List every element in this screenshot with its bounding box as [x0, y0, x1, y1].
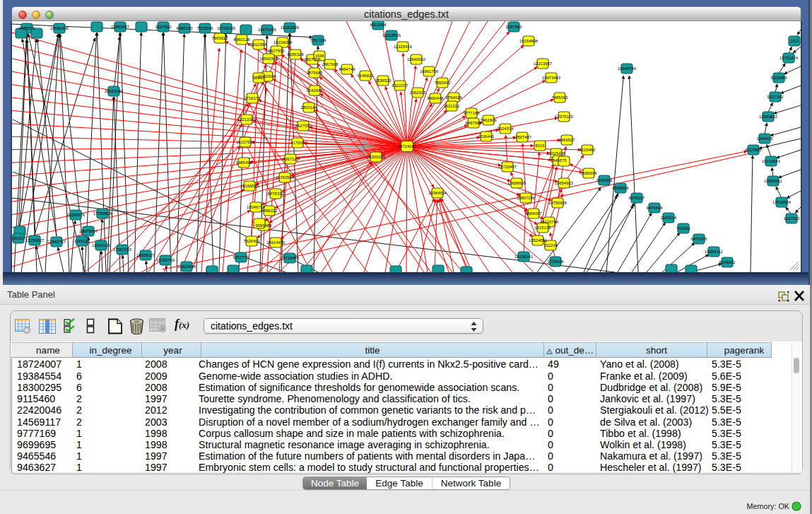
svg-text:8454749: 8454749	[339, 67, 355, 71]
svg-text:9099489: 9099489	[256, 223, 272, 228]
svg-text:18226058: 18226058	[273, 40, 293, 45]
svg-text:4498222: 4498222	[261, 209, 278, 213]
svg-text:10688609: 10688609	[507, 181, 526, 185]
svg-text:11353594: 11353594	[276, 175, 294, 180]
svg-text:2933114: 2933114	[661, 216, 677, 220]
svg-text:9474444: 9474444	[647, 206, 664, 210]
svg-text:12923448: 12923448	[177, 264, 196, 269]
svg-text:98901: 98901	[253, 76, 264, 80]
svg-text:12213967: 12213967	[534, 62, 552, 66]
svg-text:2387682: 2387682	[506, 25, 522, 29]
svg-text:11325419: 11325419	[394, 45, 412, 49]
svg-text:8427552: 8427552	[295, 124, 312, 128]
svg-text:16053809: 16053809	[281, 25, 299, 30]
svg-text:12942757: 12942757	[47, 240, 66, 244]
svg-text:9329966: 9329966	[771, 76, 788, 80]
svg-text:9245052: 9245052	[719, 260, 736, 264]
svg-text:1615132: 1615132	[535, 226, 551, 230]
svg-text:8367110: 8367110	[283, 157, 299, 161]
svg-text:18807299: 18807299	[517, 196, 535, 200]
svg-text:1621022: 1621022	[444, 104, 460, 108]
svg-text:391317: 391317	[12, 236, 25, 240]
svg-text:1538520: 1538520	[375, 78, 392, 83]
svg-text:17016504: 17016504	[772, 200, 792, 204]
svg-text:3024514: 3024514	[498, 127, 514, 131]
svg-text:13524851: 13524851	[529, 238, 547, 243]
svg-text:10756928: 10756928	[548, 201, 567, 205]
svg-text:8878332: 8878332	[268, 192, 284, 196]
svg-text:7625402: 7625402	[244, 239, 260, 243]
svg-text:20200576: 20200576	[66, 213, 86, 217]
svg-text:8960128: 8960128	[234, 37, 251, 42]
svg-text:6466160: 6466160	[177, 26, 194, 30]
svg-text:8813054: 8813054	[370, 23, 387, 27]
svg-text:7663822: 7663822	[212, 36, 228, 40]
svg-text:7485063: 7485063	[552, 95, 569, 100]
svg-text:10853287: 10853287	[111, 25, 129, 29]
svg-text:1733426: 1733426	[548, 259, 565, 264]
svg-text:16671355: 16671355	[258, 28, 277, 32]
svg-text:15751074: 15751074	[779, 56, 799, 60]
svg-text:19384554: 19384554	[428, 191, 447, 195]
svg-text:1549575: 1549575	[551, 158, 567, 163]
svg-text:2718170: 2718170	[245, 96, 261, 100]
svg-text:9777169: 9777169	[464, 111, 480, 115]
svg-text:17957253: 17957253	[113, 247, 132, 252]
svg-text:1546: 1546	[314, 54, 324, 58]
svg-text:12975115: 12975115	[555, 115, 573, 119]
svg-text:10654112: 10654112	[705, 250, 723, 254]
svg-text:1362615: 1362615	[410, 90, 427, 95]
svg-text:14136141: 14136141	[514, 255, 533, 259]
svg-text:9115460: 9115460	[579, 148, 596, 152]
svg-text:16961758: 16961758	[420, 69, 439, 74]
svg-text:10507487: 10507487	[513, 135, 531, 139]
svg-text:1112: 1112	[790, 39, 799, 43]
svg-text:8322037: 8322037	[392, 83, 408, 88]
svg-text:15640910: 15640910	[407, 57, 426, 62]
svg-text:16154808: 16154808	[519, 39, 539, 43]
svg-text:10025438: 10025438	[547, 151, 566, 156]
svg-text:1527602: 1527602	[155, 25, 172, 29]
svg-text:16782759: 16782759	[156, 258, 175, 262]
svg-text:17359928: 17359928	[93, 211, 112, 216]
svg-text:18300295: 18300295	[367, 155, 386, 159]
svg-text:15716485: 15716485	[281, 256, 300, 260]
svg-text:7462609: 7462609	[481, 118, 497, 122]
svg-text:12093822: 12093822	[759, 115, 777, 119]
svg-text:19975857: 19975857	[79, 229, 98, 233]
svg-text:7357224: 7357224	[310, 38, 327, 42]
svg-text:9463627: 9463627	[559, 138, 575, 142]
svg-text:1167533: 1167533	[784, 216, 800, 221]
svg-text:1640956: 1640956	[596, 178, 613, 182]
svg-text:15720407: 15720407	[498, 165, 517, 169]
svg-text:9699695: 9699695	[581, 171, 598, 175]
svg-text:2036441: 2036441	[478, 134, 495, 139]
svg-text:19166825: 19166825	[240, 184, 259, 188]
svg-text:16543362: 16543362	[259, 57, 278, 61]
svg-text:19218506: 19218506	[382, 33, 401, 37]
svg-text:18724007: 18724007	[398, 144, 416, 148]
svg-text:2867608: 2867608	[322, 62, 339, 66]
svg-text:763262: 763262	[676, 226, 690, 230]
svg-text:16210643: 16210643	[762, 159, 781, 163]
svg-text:9242845: 9242845	[307, 88, 324, 93]
svg-text:8471676: 8471676	[691, 237, 708, 241]
svg-text:8938918: 8938918	[613, 186, 630, 190]
svg-text:20691406: 20691406	[50, 26, 69, 30]
svg-text:8215955: 8215955	[746, 148, 763, 152]
svg-text:7955812: 7955812	[435, 81, 451, 85]
svg-text:9827503: 9827503	[269, 49, 286, 53]
svg-text:1985498: 1985498	[236, 160, 253, 165]
svg-text:12213389: 12213389	[237, 117, 256, 122]
svg-text:12905135: 12905135	[92, 243, 111, 247]
svg-text:16120746: 16120746	[540, 220, 559, 224]
svg-text:12156827: 12156827	[25, 238, 44, 243]
svg-text:19654923: 19654923	[555, 181, 574, 185]
svg-text:16107552: 16107552	[236, 140, 254, 144]
svg-text:9657771: 9657771	[233, 255, 249, 259]
svg-text:8990448: 8990448	[428, 96, 445, 100]
svg-text:8186328: 8186328	[288, 52, 305, 57]
svg-text:8912954: 8912954	[251, 42, 268, 47]
svg-text:3875685: 3875685	[307, 71, 324, 75]
svg-text:9227342: 9227342	[767, 95, 784, 99]
